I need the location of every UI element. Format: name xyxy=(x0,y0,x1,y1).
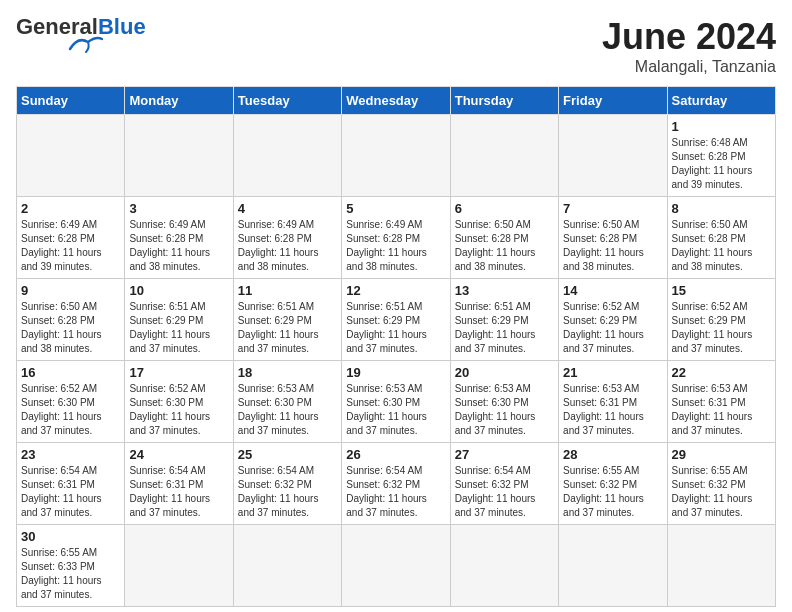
calendar-title: June 2024 xyxy=(602,16,776,58)
day-number: 3 xyxy=(129,201,228,216)
day-info: Sunrise: 6:53 AMSunset: 6:31 PMDaylight:… xyxy=(563,382,662,438)
calendar-week-0: 1Sunrise: 6:48 AMSunset: 6:28 PMDaylight… xyxy=(17,115,776,197)
day-info: Sunrise: 6:54 AMSunset: 6:31 PMDaylight:… xyxy=(129,464,228,520)
calendar-cell-empty xyxy=(667,525,775,607)
logo-blue: Blue xyxy=(98,14,146,39)
day-number: 20 xyxy=(455,365,554,380)
day-number: 27 xyxy=(455,447,554,462)
calendar-cell-empty xyxy=(342,115,450,197)
day-number: 4 xyxy=(238,201,337,216)
calendar-cell-15: 15Sunrise: 6:52 AMSunset: 6:29 PMDayligh… xyxy=(667,279,775,361)
day-number: 16 xyxy=(21,365,120,380)
calendar-cell-empty xyxy=(17,115,125,197)
weekday-header-wednesday: Wednesday xyxy=(342,87,450,115)
day-number: 25 xyxy=(238,447,337,462)
day-number: 6 xyxy=(455,201,554,216)
day-info: Sunrise: 6:54 AMSunset: 6:32 PMDaylight:… xyxy=(346,464,445,520)
day-number: 13 xyxy=(455,283,554,298)
calendar-cell-27: 27Sunrise: 6:54 AMSunset: 6:32 PMDayligh… xyxy=(450,443,558,525)
calendar-cell-24: 24Sunrise: 6:54 AMSunset: 6:31 PMDayligh… xyxy=(125,443,233,525)
day-info: Sunrise: 6:52 AMSunset: 6:29 PMDaylight:… xyxy=(563,300,662,356)
day-number: 9 xyxy=(21,283,120,298)
day-info: Sunrise: 6:49 AMSunset: 6:28 PMDaylight:… xyxy=(129,218,228,274)
calendar-cell-13: 13Sunrise: 6:51 AMSunset: 6:29 PMDayligh… xyxy=(450,279,558,361)
calendar-cell-empty xyxy=(450,525,558,607)
calendar-cell-18: 18Sunrise: 6:53 AMSunset: 6:30 PMDayligh… xyxy=(233,361,341,443)
calendar-week-4: 23Sunrise: 6:54 AMSunset: 6:31 PMDayligh… xyxy=(17,443,776,525)
day-number: 8 xyxy=(672,201,771,216)
day-number: 17 xyxy=(129,365,228,380)
calendar-table: SundayMondayTuesdayWednesdayThursdayFrid… xyxy=(16,86,776,607)
calendar-cell-7: 7Sunrise: 6:50 AMSunset: 6:28 PMDaylight… xyxy=(559,197,667,279)
day-info: Sunrise: 6:51 AMSunset: 6:29 PMDaylight:… xyxy=(238,300,337,356)
day-info: Sunrise: 6:50 AMSunset: 6:28 PMDaylight:… xyxy=(21,300,120,356)
day-number: 19 xyxy=(346,365,445,380)
calendar-cell-empty xyxy=(233,525,341,607)
day-number: 1 xyxy=(672,119,771,134)
weekday-header-monday: Monday xyxy=(125,87,233,115)
day-info: Sunrise: 6:53 AMSunset: 6:31 PMDaylight:… xyxy=(672,382,771,438)
day-info: Sunrise: 6:49 AMSunset: 6:28 PMDaylight:… xyxy=(238,218,337,274)
day-number: 21 xyxy=(563,365,662,380)
day-number: 28 xyxy=(563,447,662,462)
day-info: Sunrise: 6:55 AMSunset: 6:33 PMDaylight:… xyxy=(21,546,120,602)
calendar-cell-3: 3Sunrise: 6:49 AMSunset: 6:28 PMDaylight… xyxy=(125,197,233,279)
day-info: Sunrise: 6:54 AMSunset: 6:32 PMDaylight:… xyxy=(238,464,337,520)
day-number: 26 xyxy=(346,447,445,462)
day-number: 29 xyxy=(672,447,771,462)
calendar-cell-19: 19Sunrise: 6:53 AMSunset: 6:30 PMDayligh… xyxy=(342,361,450,443)
day-info: Sunrise: 6:50 AMSunset: 6:28 PMDaylight:… xyxy=(563,218,662,274)
header: GeneralBlue June 2024 Malangali, Tanzani… xyxy=(16,16,776,76)
day-number: 15 xyxy=(672,283,771,298)
day-info: Sunrise: 6:51 AMSunset: 6:29 PMDaylight:… xyxy=(455,300,554,356)
day-info: Sunrise: 6:54 AMSunset: 6:31 PMDaylight:… xyxy=(21,464,120,520)
calendar-cell-5: 5Sunrise: 6:49 AMSunset: 6:28 PMDaylight… xyxy=(342,197,450,279)
calendar-cell-empty xyxy=(125,525,233,607)
calendar-cell-17: 17Sunrise: 6:52 AMSunset: 6:30 PMDayligh… xyxy=(125,361,233,443)
day-info: Sunrise: 6:51 AMSunset: 6:29 PMDaylight:… xyxy=(129,300,228,356)
calendar-cell-25: 25Sunrise: 6:54 AMSunset: 6:32 PMDayligh… xyxy=(233,443,341,525)
calendar-cell-14: 14Sunrise: 6:52 AMSunset: 6:29 PMDayligh… xyxy=(559,279,667,361)
day-number: 23 xyxy=(21,447,120,462)
calendar-cell-empty xyxy=(342,525,450,607)
calendar-cell-20: 20Sunrise: 6:53 AMSunset: 6:30 PMDayligh… xyxy=(450,361,558,443)
day-number: 22 xyxy=(672,365,771,380)
day-info: Sunrise: 6:49 AMSunset: 6:28 PMDaylight:… xyxy=(346,218,445,274)
calendar-cell-empty xyxy=(559,115,667,197)
day-number: 11 xyxy=(238,283,337,298)
day-info: Sunrise: 6:51 AMSunset: 6:29 PMDaylight:… xyxy=(346,300,445,356)
day-info: Sunrise: 6:50 AMSunset: 6:28 PMDaylight:… xyxy=(455,218,554,274)
calendar-week-1: 2Sunrise: 6:49 AMSunset: 6:28 PMDaylight… xyxy=(17,197,776,279)
calendar-cell-empty xyxy=(450,115,558,197)
calendar-week-3: 16Sunrise: 6:52 AMSunset: 6:30 PMDayligh… xyxy=(17,361,776,443)
calendar-cell-12: 12Sunrise: 6:51 AMSunset: 6:29 PMDayligh… xyxy=(342,279,450,361)
day-info: Sunrise: 6:52 AMSunset: 6:30 PMDaylight:… xyxy=(129,382,228,438)
calendar-location: Malangali, Tanzania xyxy=(602,58,776,76)
weekday-header-tuesday: Tuesday xyxy=(233,87,341,115)
weekday-header-saturday: Saturday xyxy=(667,87,775,115)
day-info: Sunrise: 6:52 AMSunset: 6:30 PMDaylight:… xyxy=(21,382,120,438)
day-info: Sunrise: 6:52 AMSunset: 6:29 PMDaylight:… xyxy=(672,300,771,356)
day-info: Sunrise: 6:53 AMSunset: 6:30 PMDaylight:… xyxy=(346,382,445,438)
day-info: Sunrise: 6:53 AMSunset: 6:30 PMDaylight:… xyxy=(455,382,554,438)
weekday-header-row: SundayMondayTuesdayWednesdayThursdayFrid… xyxy=(17,87,776,115)
logo: GeneralBlue xyxy=(16,16,146,54)
day-info: Sunrise: 6:55 AMSunset: 6:32 PMDaylight:… xyxy=(563,464,662,520)
day-number: 5 xyxy=(346,201,445,216)
calendar-cell-1: 1Sunrise: 6:48 AMSunset: 6:28 PMDaylight… xyxy=(667,115,775,197)
calendar-cell-11: 11Sunrise: 6:51 AMSunset: 6:29 PMDayligh… xyxy=(233,279,341,361)
calendar-cell-22: 22Sunrise: 6:53 AMSunset: 6:31 PMDayligh… xyxy=(667,361,775,443)
calendar-cell-empty xyxy=(233,115,341,197)
day-number: 14 xyxy=(563,283,662,298)
calendar-cell-empty xyxy=(125,115,233,197)
weekday-header-thursday: Thursday xyxy=(450,87,558,115)
calendar-cell-10: 10Sunrise: 6:51 AMSunset: 6:29 PMDayligh… xyxy=(125,279,233,361)
day-number: 24 xyxy=(129,447,228,462)
weekday-header-friday: Friday xyxy=(559,87,667,115)
calendar-cell-21: 21Sunrise: 6:53 AMSunset: 6:31 PMDayligh… xyxy=(559,361,667,443)
calendar-cell-9: 9Sunrise: 6:50 AMSunset: 6:28 PMDaylight… xyxy=(17,279,125,361)
calendar-cell-26: 26Sunrise: 6:54 AMSunset: 6:32 PMDayligh… xyxy=(342,443,450,525)
title-area: June 2024 Malangali, Tanzania xyxy=(602,16,776,76)
calendar-cell-29: 29Sunrise: 6:55 AMSunset: 6:32 PMDayligh… xyxy=(667,443,775,525)
day-info: Sunrise: 6:55 AMSunset: 6:32 PMDaylight:… xyxy=(672,464,771,520)
